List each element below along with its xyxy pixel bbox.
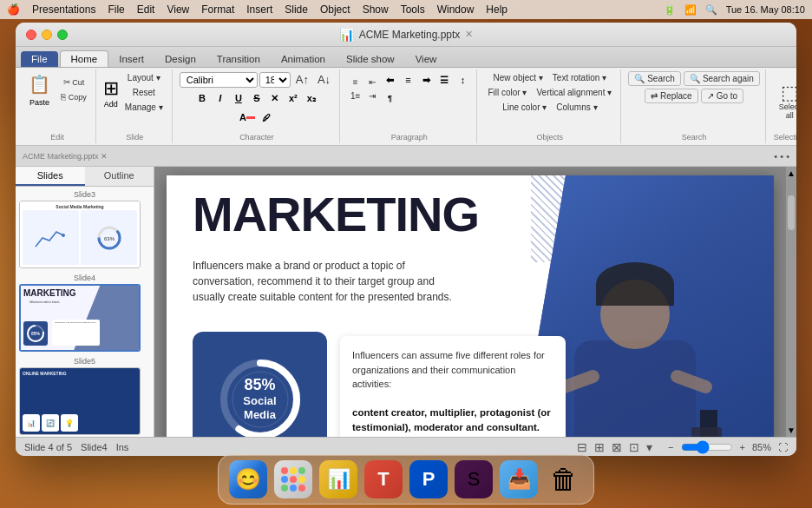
slide-view[interactable]: MARKETING Influencers make a brand or pr… <box>154 167 786 437</box>
align-center-button[interactable]: ≡ <box>399 71 416 89</box>
normal-view-button[interactable]: ⊟ <box>577 440 587 454</box>
scroll-down-button[interactable]: ▼ <box>787 426 796 435</box>
add-slide-icon[interactable]: ⊞ <box>103 77 119 100</box>
dock-todoist[interactable]: T <box>364 460 403 498</box>
outdent-button[interactable]: ⇤ <box>365 76 379 89</box>
subscript-button[interactable]: x₂ <box>303 89 320 107</box>
minus-zoom[interactable]: − <box>668 442 673 452</box>
apple-logo[interactable]: 🍎 <box>7 3 20 16</box>
menu-object[interactable]: Object <box>320 3 350 16</box>
menu-edit[interactable]: Edit <box>137 3 155 16</box>
menu-tools[interactable]: Tools <box>401 3 425 16</box>
menu-format[interactable]: Format <box>201 3 234 16</box>
new-object-button[interactable]: New object ▾ <box>490 71 547 84</box>
superscript-button[interactable]: x² <box>285 89 302 107</box>
clear-format-button[interactable]: ✕ <box>266 89 284 107</box>
slide-thumb-5[interactable]: ONLINE MARKETING 📊 🔄 💡 <box>19 367 141 435</box>
more-views-button[interactable]: ▾ <box>646 440 652 454</box>
slides-list[interactable]: Slide3 Social Media Marketing <box>16 187 154 437</box>
menu-view[interactable]: View <box>167 3 189 16</box>
tab-design[interactable]: Design <box>154 51 206 67</box>
replace-button[interactable]: ⇄ Replace <box>645 89 698 103</box>
menu-insert[interactable]: Insert <box>246 3 272 16</box>
select-all-button[interactable]: ⬚ Select all <box>773 79 796 124</box>
slide-item-5[interactable]: Slide5 ONLINE MARKETING 📊 🔄 💡 <box>19 357 150 435</box>
font-selector[interactable]: Calibri <box>180 72 258 88</box>
outline-view-button[interactable]: ⊠ <box>612 440 622 454</box>
layout-button[interactable]: Layout ▾ <box>121 71 167 84</box>
line-color-button[interactable]: Line color ▾ <box>499 101 550 114</box>
menu-window[interactable]: Window <box>437 3 475 16</box>
align-right-button[interactable]: ➡ <box>417 71 435 89</box>
dock-trash[interactable]: 🗑 <box>545 460 583 498</box>
minimize-button[interactable] <box>42 30 52 40</box>
copy-button[interactable]: ⎘ Copy <box>57 90 90 103</box>
menu-slide[interactable]: Slide <box>285 3 308 16</box>
plus-zoom[interactable]: + <box>740 442 745 452</box>
dock-files[interactable]: 📥 <box>500 460 538 498</box>
search-again-button[interactable]: 🔍 Search again <box>684 71 760 86</box>
underline-button[interactable]: U <box>230 89 247 107</box>
zoom-fit-icon[interactable]: ⛶ <box>778 442 788 452</box>
notes-view-button[interactable]: ⊡ <box>629 440 639 454</box>
status-bar: Slide 4 of 5 Slide4 Ins ⊟ ⊞ ⊠ ⊡ ▾ − + 85… <box>16 437 796 456</box>
menu-help[interactable]: Help <box>486 3 508 16</box>
dock-keynote[interactable]: 📊 <box>319 460 357 498</box>
tab-transition[interactable]: Transition <box>206 51 271 67</box>
align-left-button[interactable]: ⬅ <box>381 71 398 89</box>
justify-button[interactable]: ☰ <box>435 71 453 89</box>
dock-launchpad[interactable] <box>274 460 312 498</box>
close-button[interactable] <box>26 30 36 40</box>
search-button[interactable]: 🔍 Search <box>628 71 681 86</box>
paste-button[interactable]: 📋 <box>24 71 55 97</box>
indent-button[interactable]: ⇥ <box>365 89 379 102</box>
tab-animation[interactable]: Animation <box>271 51 336 67</box>
font-size-selector[interactable]: 18 <box>259 72 291 88</box>
tab-insert[interactable]: Insert <box>108 51 154 67</box>
italic-button[interactable]: I <box>212 89 229 107</box>
tab-slideshow[interactable]: Slide show <box>336 51 405 67</box>
line-spacing-button[interactable]: ↕ <box>454 71 471 89</box>
close-tab-icon[interactable]: ✕ <box>465 29 473 40</box>
maximize-button[interactable] <box>57 30 68 40</box>
font-color-button[interactable]: A <box>239 109 256 126</box>
vertical-alignment-button[interactable]: Vertical alignment ▾ <box>533 86 615 99</box>
reset-button[interactable]: Reset <box>121 86 167 99</box>
fill-color-button[interactable]: Fill color ▾ <box>484 86 530 99</box>
menu-show[interactable]: Show <box>363 3 389 16</box>
battery-icon: 🔋 <box>664 4 676 16</box>
decrease-font-button[interactable]: A↓ <box>314 71 334 88</box>
dock-finder[interactable]: 😊 <box>229 460 267 498</box>
tab-view[interactable]: View <box>405 51 448 67</box>
tab-outline[interactable]: Outline <box>85 167 154 186</box>
zoom-slider[interactable] <box>681 440 733 454</box>
slide-thumb-4[interactable]: MARKETING Influencers make a brand... 85… <box>19 284 141 352</box>
dock-slack[interactable]: S <box>455 460 493 498</box>
search-menubar-icon[interactable]: 🔍 <box>705 4 717 16</box>
slide-item-4[interactable]: Slide4 MARKETING Influencers make a bran… <box>19 274 150 352</box>
columns-button[interactable]: Columns ▾ <box>553 101 600 114</box>
text-rotation-button[interactable]: Text rotation ▾ <box>549 71 610 84</box>
slide-thumb-3[interactable]: Social Media Marketing <box>19 201 141 268</box>
tab-home[interactable]: Home <box>60 50 109 67</box>
numbered-list-button[interactable]: 1≡ <box>347 89 363 102</box>
grid-view-button[interactable]: ⊞ <box>594 440 605 454</box>
strikethrough-button[interactable]: S <box>248 89 265 107</box>
slide-group-label: Slide <box>103 131 167 142</box>
tab-slides[interactable]: Slides <box>16 167 85 186</box>
scroll-up-button[interactable]: ▲ <box>787 168 796 178</box>
v-scroll-thumb[interactable] <box>788 195 795 230</box>
increase-font-button[interactable]: A↑ <box>292 71 312 88</box>
cut-button[interactable]: ✂ Cut <box>57 76 90 89</box>
vertical-scrollbar[interactable]: ▲ ▼ <box>786 167 796 437</box>
highlight-button[interactable]: 🖊 <box>258 109 275 126</box>
dock-trello[interactable]: P <box>409 460 448 498</box>
menu-file[interactable]: File <box>108 3 124 16</box>
bold-button[interactable]: B <box>193 89 211 107</box>
bullet-list-button[interactable]: ≡ <box>347 76 363 89</box>
goto-button[interactable]: ↗ Go to <box>701 89 743 103</box>
manage-button[interactable]: Manage ▾ <box>121 101 167 114</box>
tab-file[interactable]: File <box>21 51 58 67</box>
paragraph-style-button[interactable]: ¶ <box>381 89 398 107</box>
slide-item-3[interactable]: Slide3 Social Media Marketing <box>19 190 150 268</box>
